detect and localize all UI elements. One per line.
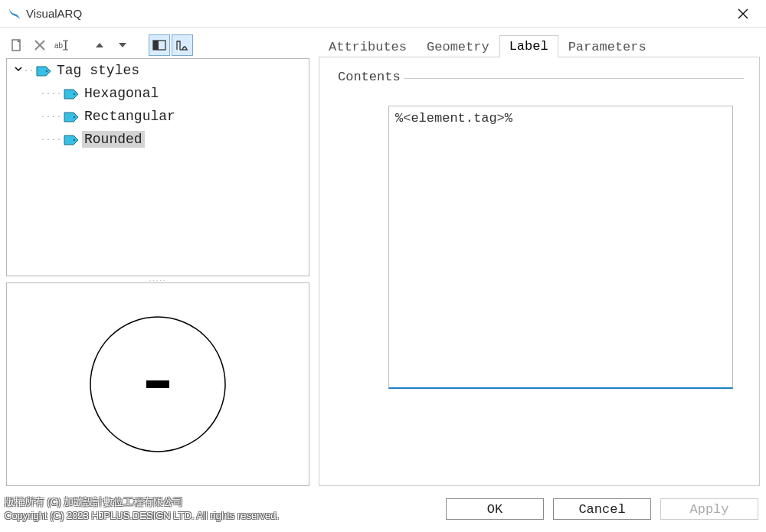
tab-geometry[interactable]: Geometry: [417, 36, 499, 57]
contents-label: Contents: [335, 70, 404, 84]
tree-root-row[interactable]: ·· Tag styles: [7, 59, 309, 82]
footer: 版權所有 (C) 加號設計數位工程有限公司 Copyright (C) 2023…: [0, 491, 766, 532]
tag-icon: [64, 111, 79, 122]
svg-point-5: [46, 70, 48, 73]
titlebar: VisualARQ: [0, 0, 766, 28]
footer-buttons: OK Cancel Apply: [446, 498, 758, 520]
svg-point-8: [74, 139, 76, 142]
tag-icon: [36, 65, 51, 76]
tag-icon: [64, 88, 79, 99]
svg-rect-4: [153, 41, 159, 50]
right-column: AttributesGeometryLabelParameters Conten…: [314, 28, 766, 491]
app-icon: [8, 7, 21, 21]
new-style-button[interactable]: [6, 34, 28, 56]
tab-attributes[interactable]: Attributes: [319, 36, 417, 57]
window-title: VisualARQ: [26, 7, 82, 20]
contents-fieldset: Contents %<element.tag>%: [335, 70, 744, 389]
tree-item-label: Rectangular: [82, 108, 178, 125]
delete-button[interactable]: [29, 34, 51, 56]
rename-button[interactable]: ab: [52, 34, 74, 56]
copyright: 版權所有 (C) 加號設計數位工程有限公司 Copyright (C) 2023…: [5, 495, 279, 522]
left-column: ab ··: [0, 28, 314, 491]
tab-content-label: Contents %<element.tag>%: [319, 57, 760, 486]
move-down-button[interactable]: [112, 34, 133, 56]
toolbar: ab: [6, 32, 309, 58]
svg-text:ab: ab: [54, 41, 64, 50]
close-button[interactable]: [728, 0, 758, 28]
cancel-button[interactable]: Cancel: [553, 498, 651, 520]
preview-shape: [81, 308, 234, 461]
apply-button: Apply: [660, 498, 758, 520]
tree-item[interactable]: ····Hexagonal: [7, 82, 309, 105]
move-up-button[interactable]: [89, 34, 110, 56]
tree-item-label: Hexagonal: [82, 85, 161, 102]
svg-point-6: [74, 93, 76, 96]
tabs-bar: AttributesGeometryLabelParameters: [319, 32, 760, 57]
tab-label[interactable]: Label: [499, 35, 558, 57]
contents-textbox[interactable]: %<element.tag>%: [388, 106, 733, 389]
ok-button[interactable]: OK: [446, 498, 544, 520]
tree-root-label: Tag styles: [54, 62, 142, 79]
svg-rect-10: [146, 380, 169, 388]
svg-point-7: [74, 116, 76, 119]
collapse-toggle[interactable]: [13, 65, 24, 76]
tree-item[interactable]: ····Rounded: [7, 128, 309, 151]
horizontal-splitter[interactable]: ·····: [6, 276, 309, 282]
tree-item[interactable]: ····Rectangular: [7, 105, 309, 128]
style-tree[interactable]: ·· Tag styles ····Hexagonal····Rectangul…: [6, 58, 309, 276]
tab-parameters[interactable]: Parameters: [558, 36, 656, 57]
preview-mode-button[interactable]: [172, 34, 193, 56]
tree-item-label: Rounded: [82, 131, 145, 148]
svg-rect-2: [65, 41, 67, 50]
preview-panel: [6, 282, 309, 486]
main-area: ab ··: [0, 28, 766, 491]
panel-layout-button[interactable]: [149, 34, 170, 56]
tag-icon: [64, 134, 79, 145]
